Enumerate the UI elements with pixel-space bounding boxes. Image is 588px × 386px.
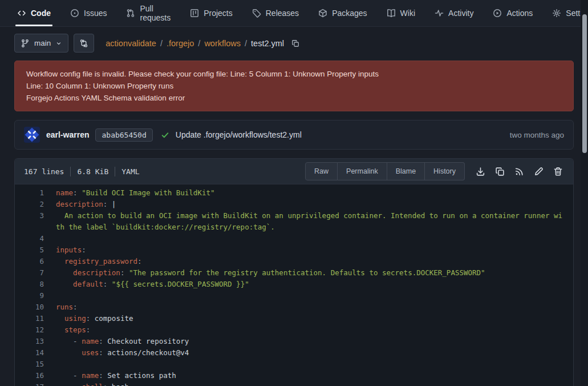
- permalink-button[interactable]: Permalink: [338, 162, 387, 180]
- file-line-count: 167 lines: [24, 167, 64, 176]
- line-number[interactable]: 3: [15, 210, 56, 233]
- line-content: runs:: [56, 301, 573, 313]
- pull-request-icon: [126, 9, 135, 18]
- nav-tab-code[interactable]: Code: [17, 0, 51, 26]
- code-line: 10runs:: [15, 301, 573, 313]
- nav-tab-label: Activity: [448, 9, 473, 18]
- line-number[interactable]: 8: [15, 279, 56, 290]
- play-circle-icon: [493, 9, 502, 18]
- nav-tab-actions[interactable]: Actions: [493, 0, 533, 26]
- repo-navbar: CodeIssuesPull requestsProjectsReleasesP…: [0, 0, 588, 27]
- project-board-icon: [190, 9, 199, 18]
- scrollbar-thumb[interactable]: [582, 14, 587, 153]
- code-line: 17 shell: bash: [15, 381, 573, 386]
- code-line: 16 - name: Set actions path: [15, 370, 573, 381]
- commit-message[interactable]: Update .forgejo/workflows/test2.yml: [176, 130, 302, 139]
- code-line: 9: [15, 290, 573, 301]
- code-line: 4: [15, 233, 573, 244]
- breadcrumb: actionvalidate/.forgejo/workflows/test2.…: [106, 39, 299, 48]
- line-number[interactable]: 17: [15, 381, 56, 386]
- code-line: 12 steps:: [15, 324, 573, 336]
- avatar[interactable]: [24, 127, 40, 143]
- gear-icon: [552, 9, 561, 18]
- line-number[interactable]: 11: [15, 313, 56, 324]
- rss-icon[interactable]: [514, 167, 524, 176]
- issue-icon: [70, 9, 79, 18]
- line-content: [56, 290, 573, 301]
- line-number[interactable]: 16: [15, 370, 56, 381]
- line-number[interactable]: 6: [15, 256, 56, 267]
- line-number[interactable]: 5: [15, 244, 56, 256]
- line-content: [56, 359, 573, 370]
- code-line: 14 uses: actions/checkout@v4: [15, 347, 573, 359]
- nav-tab-label: Code: [31, 9, 51, 18]
- line-number[interactable]: 13: [15, 336, 56, 347]
- commit-status-check-icon[interactable]: [161, 131, 169, 139]
- line-number[interactable]: 2: [15, 199, 56, 210]
- line-number[interactable]: 15: [15, 359, 56, 370]
- file-language: YAML: [121, 167, 139, 176]
- branch-selector[interactable]: main: [14, 34, 68, 53]
- code-line: 13 - name: Checkout repository: [15, 336, 573, 347]
- file-header: 167 lines 6.8 KiB YAML RawPermalinkBlame…: [15, 159, 573, 184]
- line-number[interactable]: 14: [15, 347, 56, 359]
- breadcrumb-link-actionvalidate[interactable]: actionvalidate: [106, 39, 156, 48]
- trash-icon[interactable]: [553, 167, 563, 176]
- error-line: Line: 10 Column 1: Unknown Property runs: [26, 80, 562, 92]
- nav-tab-projects[interactable]: Projects: [190, 0, 233, 26]
- breadcrumb-link--forgejo[interactable]: .forgejo: [167, 39, 194, 48]
- code-line: 11 using: composite: [15, 313, 573, 324]
- file-action-icons: [476, 167, 563, 176]
- history-button[interactable]: History: [425, 162, 465, 180]
- line-content: registry_password:: [56, 256, 573, 267]
- nav-tab-pull-requests[interactable]: Pull requests: [126, 0, 171, 26]
- nav-tab-label: Releases: [266, 9, 299, 18]
- file-toolbar: main actionvalidate/.forgejo/workflows/t…: [0, 27, 588, 61]
- workflow-error-banner: Workflow config file is invalid. Please …: [14, 61, 574, 111]
- nav-tab-releases[interactable]: Releases: [252, 0, 299, 26]
- line-number[interactable]: 7: [15, 267, 56, 279]
- code-line: 7 description: "The password for the reg…: [15, 267, 573, 279]
- raw-button[interactable]: Raw: [305, 162, 338, 180]
- code-line: 8 default: "${{ secrets.DOCKER_PASSWORD …: [15, 279, 573, 290]
- code-icon: [17, 9, 26, 18]
- nav-tab-label: Issues: [84, 9, 107, 18]
- line-number[interactable]: 1: [15, 187, 56, 199]
- nav-tab-label: Pull requests: [140, 4, 171, 22]
- line-content: using: composite: [56, 313, 573, 324]
- code-line: 2description: |: [15, 199, 573, 210]
- code-line: 6 registry_password:: [15, 256, 573, 267]
- download-icon[interactable]: [476, 167, 485, 176]
- nav-tab-label: Projects: [204, 9, 233, 18]
- divider: [115, 167, 115, 176]
- file-view: 167 lines 6.8 KiB YAML RawPermalinkBlame…: [14, 158, 574, 386]
- nav-tab-label: Packages: [332, 9, 367, 18]
- breadcrumb-link-workflows[interactable]: workflows: [204, 39, 241, 48]
- nav-tab-wiki[interactable]: Wiki: [387, 0, 415, 26]
- line-number[interactable]: 12: [15, 324, 56, 336]
- line-content: default: "${{ secrets.DOCKER_PASSWORD }}…: [56, 279, 573, 290]
- copy-path-icon[interactable]: [291, 39, 299, 47]
- pencil-icon[interactable]: [534, 167, 544, 176]
- line-number[interactable]: 9: [15, 290, 56, 301]
- line-content: - name: Set actions path: [56, 370, 573, 381]
- commit-hash[interactable]: abab65450d: [95, 128, 152, 142]
- nav-tab-label: Wiki: [400, 9, 415, 18]
- breadcrumb-separator: /: [160, 39, 163, 48]
- nav-tab-issues[interactable]: Issues: [70, 0, 107, 26]
- nav-tab-activity[interactable]: Activity: [435, 0, 473, 26]
- git-compare-icon: [79, 39, 88, 48]
- nav-tab-packages[interactable]: Packages: [318, 0, 367, 26]
- commit-author[interactable]: earl-warren: [46, 130, 89, 139]
- compare-button[interactable]: [74, 34, 94, 53]
- copy-icon[interactable]: [495, 167, 505, 176]
- error-line: Forgejo Actions YAML Schema validation e…: [26, 92, 562, 104]
- blame-button[interactable]: Blame: [387, 162, 425, 180]
- file-size: 6.8 KiB: [77, 167, 108, 176]
- line-content: - name: Checkout repository: [56, 336, 573, 347]
- line-content: inputs:: [56, 244, 573, 256]
- line-number[interactable]: 10: [15, 301, 56, 313]
- line-number[interactable]: 4: [15, 233, 56, 244]
- line-content: name: "Build OCI Image with BuildKit": [56, 187, 573, 199]
- page-scrollbar[interactable]: [581, 0, 588, 386]
